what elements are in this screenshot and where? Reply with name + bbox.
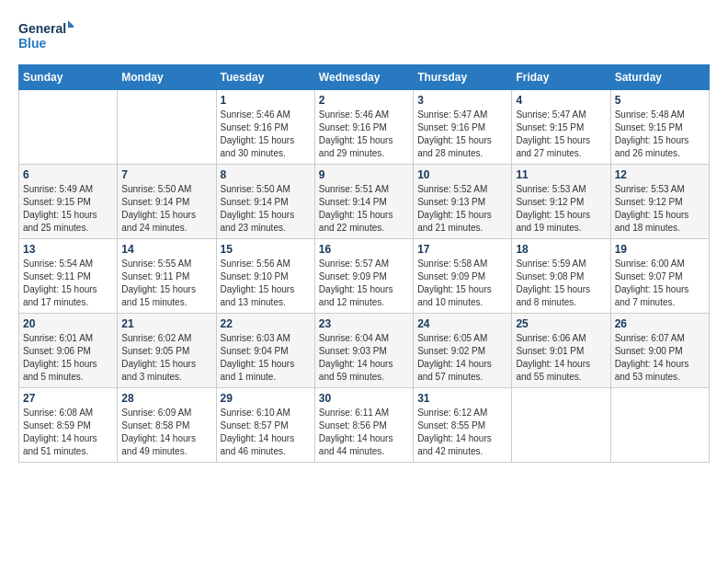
logo-svg: General Blue [18, 18, 74, 55]
day-info: Sunrise: 6:10 AM Sunset: 8:57 PM Dayligh… [221, 407, 311, 458]
calendar-cell: 8Sunrise: 5:50 AM Sunset: 9:14 PM Daylig… [216, 165, 314, 239]
day-info: Sunrise: 5:47 AM Sunset: 9:15 PM Dayligh… [516, 109, 606, 160]
day-number: 13 [23, 243, 113, 256]
day-info: Sunrise: 6:00 AM Sunset: 9:07 PM Dayligh… [615, 258, 705, 309]
calendar-cell: 15Sunrise: 5:56 AM Sunset: 9:10 PM Dayli… [216, 239, 314, 314]
day-number: 15 [221, 243, 311, 256]
svg-marker-2 [68, 20, 74, 28]
day-info: Sunrise: 6:01 AM Sunset: 9:06 PM Dayligh… [23, 332, 113, 384]
day-number: 18 [516, 243, 606, 256]
day-info: Sunrise: 5:57 AM Sunset: 9:09 PM Dayligh… [319, 258, 409, 309]
day-number: 25 [516, 317, 606, 330]
calendar-cell: 25Sunrise: 6:06 AM Sunset: 9:01 PM Dayli… [512, 314, 610, 388]
day-info: Sunrise: 5:53 AM Sunset: 9:12 PM Dayligh… [516, 183, 606, 235]
weekday-header-row: SundayMondayTuesdayWednesdayThursdayFrid… [19, 65, 710, 90]
day-info: Sunrise: 6:06 AM Sunset: 9:01 PM Dayligh… [516, 332, 606, 384]
day-number: 29 [221, 392, 311, 405]
calendar-cell: 16Sunrise: 5:57 AM Sunset: 9:09 PM Dayli… [314, 239, 413, 314]
day-number: 17 [417, 243, 507, 256]
day-number: 19 [615, 243, 705, 256]
day-number: 3 [417, 94, 507, 107]
day-info: Sunrise: 6:07 AM Sunset: 9:00 PM Dayligh… [615, 332, 705, 384]
calendar-cell: 4Sunrise: 5:47 AM Sunset: 9:15 PM Daylig… [512, 90, 610, 165]
day-number: 28 [121, 392, 211, 405]
day-number: 8 [221, 168, 311, 181]
day-number: 2 [319, 94, 409, 107]
day-number: 9 [319, 168, 409, 181]
calendar-cell [118, 90, 216, 165]
svg-text:General: General [18, 21, 66, 36]
day-info: Sunrise: 5:59 AM Sunset: 9:08 PM Dayligh… [516, 258, 606, 309]
day-info: Sunrise: 6:11 AM Sunset: 8:56 PM Dayligh… [319, 407, 409, 458]
day-number: 30 [319, 392, 409, 405]
logo: General Blue [18, 18, 74, 55]
day-info: Sunrise: 5:47 AM Sunset: 9:16 PM Dayligh… [417, 109, 507, 160]
day-info: Sunrise: 5:48 AM Sunset: 9:15 PM Dayligh… [615, 109, 705, 160]
weekday-header: Friday [512, 65, 610, 90]
calendar-cell: 24Sunrise: 6:05 AM Sunset: 9:02 PM Dayli… [414, 314, 512, 388]
calendar-cell: 7Sunrise: 5:50 AM Sunset: 9:14 PM Daylig… [118, 165, 216, 239]
calendar-week-row: 13Sunrise: 5:54 AM Sunset: 9:11 PM Dayli… [19, 239, 710, 314]
day-number: 12 [615, 168, 705, 181]
day-number: 24 [417, 317, 507, 330]
calendar-cell: 22Sunrise: 6:03 AM Sunset: 9:04 PM Dayli… [216, 314, 314, 388]
calendar-cell: 19Sunrise: 6:00 AM Sunset: 9:07 PM Dayli… [610, 239, 709, 314]
day-info: Sunrise: 5:51 AM Sunset: 9:14 PM Dayligh… [319, 183, 409, 235]
day-number: 4 [516, 94, 606, 107]
calendar-cell: 10Sunrise: 5:52 AM Sunset: 9:13 PM Dayli… [414, 165, 512, 239]
day-number: 16 [319, 243, 409, 256]
weekday-header: Monday [118, 65, 216, 90]
weekday-header: Thursday [414, 65, 512, 90]
day-number: 26 [615, 317, 705, 330]
day-number: 31 [417, 392, 507, 405]
calendar-cell: 9Sunrise: 5:51 AM Sunset: 9:14 PM Daylig… [314, 165, 413, 239]
calendar-week-row: 20Sunrise: 6:01 AM Sunset: 9:06 PM Dayli… [19, 314, 710, 388]
day-number: 5 [615, 94, 705, 107]
page-header: General Blue [18, 18, 710, 55]
day-info: Sunrise: 5:50 AM Sunset: 9:14 PM Dayligh… [121, 183, 211, 235]
day-info: Sunrise: 5:50 AM Sunset: 9:14 PM Dayligh… [221, 183, 311, 235]
calendar-cell: 29Sunrise: 6:10 AM Sunset: 8:57 PM Dayli… [216, 388, 314, 463]
calendar-cell: 27Sunrise: 6:08 AM Sunset: 8:59 PM Dayli… [19, 388, 118, 463]
calendar-cell: 26Sunrise: 6:07 AM Sunset: 9:00 PM Dayli… [610, 314, 709, 388]
day-number: 20 [23, 317, 113, 330]
calendar-cell: 13Sunrise: 5:54 AM Sunset: 9:11 PM Dayli… [19, 239, 118, 314]
day-info: Sunrise: 6:09 AM Sunset: 8:58 PM Dayligh… [121, 407, 211, 458]
calendar-cell [19, 90, 118, 165]
day-number: 1 [221, 94, 311, 107]
day-number: 27 [23, 392, 113, 405]
day-info: Sunrise: 6:05 AM Sunset: 9:02 PM Dayligh… [417, 332, 507, 384]
calendar-table: SundayMondayTuesdayWednesdayThursdayFrid… [18, 64, 710, 463]
calendar-cell: 12Sunrise: 5:53 AM Sunset: 9:12 PM Dayli… [610, 165, 709, 239]
day-number: 7 [121, 168, 211, 181]
calendar-cell [610, 388, 709, 463]
day-info: Sunrise: 6:03 AM Sunset: 9:04 PM Dayligh… [221, 332, 311, 384]
calendar-cell: 31Sunrise: 6:12 AM Sunset: 8:55 PM Dayli… [414, 388, 512, 463]
calendar-week-row: 6Sunrise: 5:49 AM Sunset: 9:15 PM Daylig… [19, 165, 710, 239]
calendar-cell [512, 388, 610, 463]
day-info: Sunrise: 5:55 AM Sunset: 9:11 PM Dayligh… [121, 258, 211, 309]
day-info: Sunrise: 6:04 AM Sunset: 9:03 PM Dayligh… [319, 332, 409, 384]
day-number: 14 [121, 243, 211, 256]
calendar-cell: 11Sunrise: 5:53 AM Sunset: 9:12 PM Dayli… [512, 165, 610, 239]
calendar-cell: 23Sunrise: 6:04 AM Sunset: 9:03 PM Dayli… [314, 314, 413, 388]
calendar-cell: 3Sunrise: 5:47 AM Sunset: 9:16 PM Daylig… [414, 90, 512, 165]
day-number: 6 [23, 168, 113, 181]
calendar-week-row: 27Sunrise: 6:08 AM Sunset: 8:59 PM Dayli… [19, 388, 710, 463]
day-number: 21 [121, 317, 211, 330]
weekday-header: Saturday [610, 65, 709, 90]
day-info: Sunrise: 5:58 AM Sunset: 9:09 PM Dayligh… [417, 258, 507, 309]
day-number: 23 [319, 317, 409, 330]
day-info: Sunrise: 5:49 AM Sunset: 9:15 PM Dayligh… [23, 183, 113, 235]
day-info: Sunrise: 5:52 AM Sunset: 9:13 PM Dayligh… [417, 183, 507, 235]
day-number: 11 [516, 168, 606, 181]
calendar-cell: 20Sunrise: 6:01 AM Sunset: 9:06 PM Dayli… [19, 314, 118, 388]
day-info: Sunrise: 6:02 AM Sunset: 9:05 PM Dayligh… [121, 332, 211, 384]
day-info: Sunrise: 5:56 AM Sunset: 9:10 PM Dayligh… [221, 258, 311, 309]
calendar-cell: 2Sunrise: 5:46 AM Sunset: 9:16 PM Daylig… [314, 90, 413, 165]
day-info: Sunrise: 5:53 AM Sunset: 9:12 PM Dayligh… [615, 183, 705, 235]
day-number: 10 [417, 168, 507, 181]
calendar-cell: 5Sunrise: 5:48 AM Sunset: 9:15 PM Daylig… [610, 90, 709, 165]
day-info: Sunrise: 6:08 AM Sunset: 8:59 PM Dayligh… [23, 407, 113, 458]
calendar-cell: 28Sunrise: 6:09 AM Sunset: 8:58 PM Dayli… [118, 388, 216, 463]
